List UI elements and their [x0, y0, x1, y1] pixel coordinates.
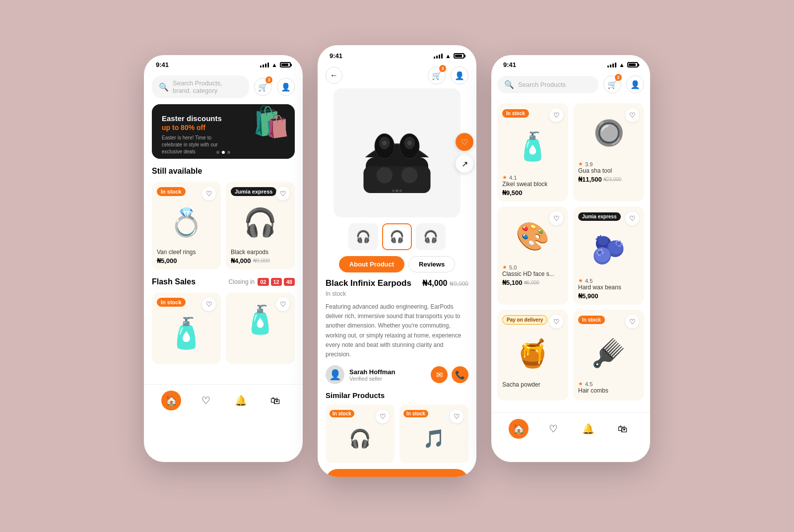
seller-contact-buttons: ✉ 📞	[431, 366, 468, 383]
flash-title: Flash Sales	[152, 277, 196, 286]
product-detail-price: ₦4,000	[422, 279, 447, 287]
search-bar-1: 🔍 Search Products, brand, category 🛒 3 👤	[144, 75, 303, 98]
grid-card-sacha[interactable]: Pay on delivery ♡ 🍯 Sacha powder	[497, 310, 568, 400]
grid-wishlist-zikel[interactable]: ♡	[549, 108, 563, 122]
signal-icon-3	[607, 63, 616, 67]
similar-row: In stock ♡ 🎧 In stock ♡ 🎵	[326, 404, 468, 463]
add-to-cart-button[interactable]: Add to cart	[326, 469, 468, 477]
flash-img-1: 🧴	[157, 311, 216, 355]
similar-wishlist-2[interactable]: ♡	[450, 409, 463, 423]
grid-name-sacha: Sacha powder	[502, 381, 563, 388]
profile-button-3[interactable]: 👤	[626, 75, 644, 93]
similar-title: Similar Products	[326, 391, 468, 399]
nav-cart-nav-1[interactable]: 🛍	[265, 391, 285, 410]
grid-name-zikel: Zikel sweat block	[502, 181, 563, 188]
hero-wishlist-btn[interactable]: ♡	[456, 133, 473, 151]
hero-share-btn[interactable]: ↗	[456, 155, 473, 173]
products-grid: In stock ♡ 🧴 ★ 4.1 Zikel sweat block ₦9,…	[497, 103, 644, 400]
nav-wishlist-1[interactable]: ♡	[196, 391, 216, 410]
detail-header: ← 🛒 3 👤	[318, 63, 476, 88]
search-input-1[interactable]: 🔍 Search Products, brand, category	[152, 75, 249, 98]
nav-notifications-3[interactable]: 🔔	[578, 419, 598, 439]
flash-card-1[interactable]: In stock ♡ 🧴	[152, 292, 221, 364]
cart-button-2[interactable]: 🛒 3	[428, 66, 446, 84]
wishlist-btn-earpods[interactable]: ♡	[276, 187, 290, 200]
product-card-rings[interactable]: In stock ♡ 💍 Van cleef rings ₦5,000	[152, 182, 221, 269]
contact-email-btn[interactable]: ✉	[431, 366, 448, 383]
browse-content: In stock ♡ 🧴 ★ 4.1 Zikel sweat block ₦9,…	[491, 103, 650, 408]
cart-badge-1: 3	[265, 76, 272, 83]
flash-products-row: In stock ♡ 🧴 ♡ 🧴	[152, 292, 295, 364]
status-bar-3: 9:41 ▲	[491, 55, 650, 71]
similar-card-2[interactable]: In stock ♡ 🎵	[399, 404, 468, 463]
nav-notifications-1[interactable]: 🔔	[231, 391, 251, 410]
seller-row: 👤 Sarah Hoffman Verified seller ✉ 📞	[326, 365, 468, 384]
battery-icon-2	[454, 53, 464, 59]
star-row-gua: ★ 3.9	[578, 161, 639, 167]
cart-button-1[interactable]: 🛒 3	[254, 78, 272, 96]
contact-phone-btn[interactable]: 📞	[452, 366, 468, 383]
thumb-1[interactable]: 🎧	[348, 223, 378, 250]
nav-cart-nav-3[interactable]: 🛍	[613, 419, 633, 439]
seller-details: Sarah Hoffman Verified seller	[349, 368, 395, 382]
svg-point-4	[382, 141, 387, 145]
grid-card-gua[interactable]: ♡ 🔘 ★ 3.9 Gua sha tool ₦11,500 ₦23,000	[573, 103, 644, 201]
battery-icon-3	[627, 62, 638, 67]
bottom-nav-1: 🏠 ♡ 🔔 🛍	[144, 384, 303, 418]
similar-card-1[interactable]: In stock ♡ 🎧	[326, 404, 395, 463]
grid-wishlist-gua[interactable]: ♡	[625, 108, 639, 122]
grid-price-wax: ₦5,900	[578, 292, 639, 300]
cart-button-3[interactable]: 🛒 2	[603, 75, 621, 93]
product-tabs: About Product Reviews	[318, 256, 476, 278]
grid-img-sacha: 🍯	[502, 329, 563, 378]
similar-section: Similar Products In stock ♡ 🎧 In stock ♡…	[318, 391, 476, 463]
promo-banner[interactable]: Easter discounts up to 80% off Easter is…	[152, 104, 295, 159]
grid-wishlist-sacha[interactable]: ♡	[549, 315, 563, 329]
flash-wishlist-2[interactable]: ♡	[276, 297, 290, 311]
flash-meta: Closing in 02 12 48	[229, 278, 295, 286]
cart-badge-2: 3	[439, 65, 446, 72]
banner-subtitle: up to 80% off	[162, 124, 231, 132]
phone-browse: 9:41 ▲ 🔍 Search Products 🛒 2	[491, 55, 650, 462]
flash-tag-1: In stock	[157, 298, 186, 307]
grid-card-wax[interactable]: Jumia express ♡ 🫐 ★ 4.5 Hard wax beans ₦…	[573, 206, 644, 305]
tab-reviews[interactable]: Reviews	[408, 256, 455, 272]
grid-wishlist-hd[interactable]: ♡	[549, 211, 563, 225]
rating-combs: 4.5	[585, 381, 593, 387]
similar-img-2: 🎵	[403, 421, 464, 456]
nav-wishlist-3[interactable]: ♡	[543, 419, 563, 439]
nav-home-1[interactable]: 🏠	[161, 391, 181, 410]
flash-card-2[interactable]: ♡ 🧴	[226, 292, 295, 364]
profile-button-2[interactable]: 👤	[451, 66, 468, 84]
star-icon-hd: ★	[502, 264, 507, 270]
thumb-3[interactable]: 🎧	[416, 223, 446, 250]
grid-card-hd[interactable]: ♡ 🎨 ★ 5.0 Classic HD face s... ₦5,100 ₦6…	[497, 206, 568, 305]
grid-wishlist-combs[interactable]: ♡	[625, 315, 639, 329]
tab-about-product[interactable]: About Product	[339, 256, 404, 272]
product-old-price-earpods: ₦9,000	[253, 258, 270, 264]
product-tag-rings: In stock	[157, 187, 186, 196]
thumb-2[interactable]: 🎧	[382, 223, 412, 250]
hero-actions: ♡ ↗	[456, 133, 473, 173]
status-icons-2: ▲	[434, 53, 464, 60]
flash-wishlist-1[interactable]: ♡	[202, 297, 216, 311]
phone-product-detail: 9:41 ▲ ← 🛒 3 👤	[318, 45, 476, 477]
search-input-3[interactable]: 🔍 Search Products	[497, 76, 598, 93]
grid-img-wax: 🫐	[578, 225, 639, 274]
product-card-earpods[interactable]: Jumia express ♡ 🎧 Black earpods ₦4,000 ₦…	[226, 182, 295, 269]
rating-zikel: 4.1	[509, 175, 517, 181]
wishlist-btn-rings[interactable]: ♡	[202, 187, 216, 200]
svg-point-9	[401, 167, 417, 183]
product-hero-image	[333, 88, 461, 217]
similar-wishlist-1[interactable]: ♡	[376, 409, 390, 423]
star-row-combs: ★ 4.5	[578, 381, 639, 387]
status-icons-1: ▲	[260, 62, 291, 68]
nav-home-3[interactable]: 🏠	[509, 419, 529, 439]
grid-card-combs[interactable]: In stock ♡ 🪮 ★ 4.5 Hair combs	[573, 310, 644, 400]
back-button[interactable]: ←	[326, 67, 342, 84]
grid-card-zikel[interactable]: In stock ♡ 🧴 ★ 4.1 Zikel sweat block ₦9,…	[497, 103, 568, 201]
star-icon-gua: ★	[578, 161, 583, 167]
profile-button-1[interactable]: 👤	[277, 78, 295, 96]
banner-desc: Easter is here! Time to celebrate in sty…	[162, 134, 231, 155]
grid-wishlist-wax[interactable]: ♡	[625, 211, 639, 225]
